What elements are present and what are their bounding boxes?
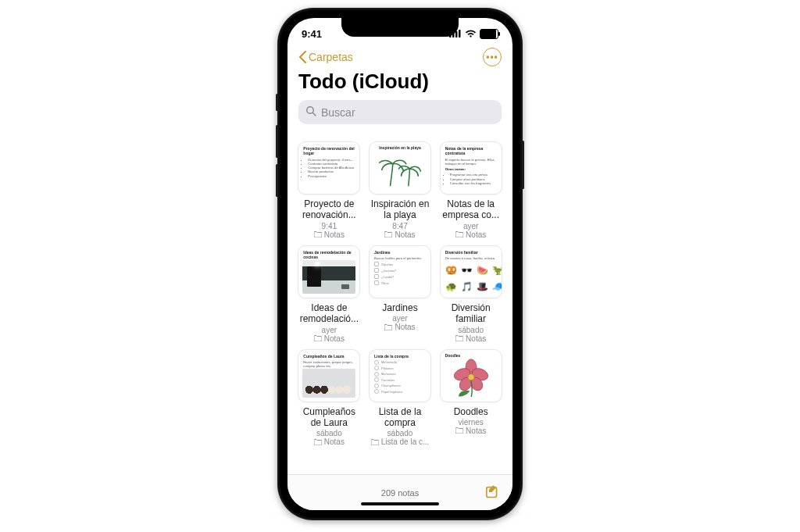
status-time: 9:41 — [302, 28, 322, 40]
note-thumb: Diversión familiar De camino a casa, fam… — [440, 245, 502, 298]
page-title: Todo (iCloud) — [298, 70, 502, 94]
more-button[interactable]: ••• — [483, 48, 502, 66]
note-thumb: Ideas de remodelación de cocinas — [298, 245, 360, 298]
note-title: Ideas de remodelació... — [297, 302, 362, 325]
page: 9:41 — [0, 0, 800, 532]
note-thumb: Proyecto de renovación del hogar Duració… — [298, 141, 360, 195]
note-title: Jardines — [382, 302, 417, 313]
note-card-inspiracion[interactable]: Inspiración en la playa — [368, 141, 433, 239]
note-time: ayer — [322, 326, 337, 334]
volume-down-button — [276, 164, 278, 197]
kitchen-photo — [302, 260, 355, 294]
note-title: Proyecto de renovación... — [297, 198, 362, 221]
note-time: sábado — [388, 429, 413, 437]
home-indicator[interactable] — [361, 502, 439, 505]
volume-up-button — [276, 125, 278, 158]
back-label: Carpetas — [309, 51, 353, 63]
folder-icon — [371, 439, 379, 445]
note-time: ayer — [392, 314, 407, 323]
note-folder: Notas — [314, 334, 345, 343]
note-card-jardines[interactable]: Jardines Buscar huéles para el perímetro… — [368, 245, 433, 343]
note-folder: Notas — [455, 427, 486, 435]
note-time: sábado — [316, 429, 342, 437]
note-title: Cumpleaños de Laura — [297, 406, 362, 429]
note-folder: Notas — [455, 230, 486, 239]
phone-bezel: 9:41 — [280, 10, 520, 518]
note-time: sábado — [458, 326, 484, 334]
svg-point-11 — [468, 373, 474, 380]
cupcakes-photo — [302, 369, 355, 398]
note-title: Notas de la empresa co... — [438, 198, 503, 221]
notes-grid: Proyecto de renovación del hogar Duració… — [288, 135, 512, 446]
note-thumb: Jardines Buscar huéles para el perímetro… — [369, 245, 431, 298]
note-thumb: Notas de la empresa contratista El exper… — [440, 141, 502, 195]
folder-icon — [314, 231, 322, 237]
compose-icon — [484, 484, 502, 502]
chevron-left-icon — [298, 51, 307, 63]
power-button — [522, 141, 524, 189]
note-thumb: Doodles — [440, 349, 502, 402]
notes-grid-wrap[interactable]: Proyecto de renovación del hogar Duració… — [288, 135, 512, 474]
notes-count: 209 notas — [381, 488, 419, 498]
note-folder: Notas — [314, 230, 345, 239]
search-icon — [305, 105, 316, 119]
phone-screen: 9:41 — [288, 18, 512, 510]
note-thumb: Inspiración en la playa — [369, 141, 431, 195]
thumb-bullets: Duración del proyecto: 4 mes... Contrata… — [303, 158, 355, 178]
note-card-doodles[interactable]: Doodles — [438, 349, 503, 447]
svg-rect-2 — [455, 31, 458, 37]
svg-rect-3 — [459, 30, 461, 37]
note-card-diversion[interactable]: Diversión familiar De camino a casa, fam… — [438, 245, 503, 343]
notch — [341, 18, 459, 37]
note-thumb: Cumpleaños de Laura Hacer invitaciones, … — [298, 349, 360, 402]
note-folder: Notas — [384, 323, 415, 331]
ellipsis-icon: ••• — [486, 52, 498, 62]
note-folder: Notas — [455, 334, 486, 343]
folder-icon — [455, 335, 463, 341]
bottom-toolbar: 209 notas — [288, 474, 512, 510]
note-time: 8:47 — [392, 222, 407, 230]
note-card-lista[interactable]: Lista de la compra Mermelada Plátanos Ma… — [368, 349, 433, 447]
note-folder: Notas — [314, 437, 345, 446]
folder-icon — [455, 427, 463, 434]
emoji-row: 🥨 🕶️ 🍉 🦖 — [445, 265, 497, 277]
palm-drawing-icon — [376, 148, 424, 190]
note-card-proyecto[interactable]: Proyecto de renovación del hogar Duració… — [297, 141, 362, 239]
note-folder: Notas — [384, 230, 415, 239]
folder-icon — [384, 231, 392, 237]
note-title: Diversión familiar — [438, 302, 503, 325]
emoji-row: 🐢 🎵 🎩 🧢 — [445, 281, 497, 293]
note-time: viernes — [459, 418, 484, 427]
note-card-empresa[interactable]: Notas de la empresa contratista El exper… — [438, 141, 503, 239]
wifi-icon — [465, 30, 477, 38]
note-title: Doodles — [454, 406, 488, 417]
flower-drawing-icon — [447, 355, 495, 397]
nav-row: Carpetas ••• — [298, 48, 502, 66]
search-field[interactable]: Buscar — [298, 100, 502, 124]
mute-switch — [276, 94, 278, 111]
iphone-frame: 9:41 — [277, 8, 523, 520]
note-title: Inspiración en la playa — [368, 198, 433, 221]
compose-button[interactable] — [484, 484, 502, 502]
note-time: ayer — [463, 222, 478, 230]
folder-icon — [314, 439, 322, 445]
svg-line-5 — [313, 113, 316, 116]
back-button[interactable]: Carpetas — [298, 51, 353, 63]
note-title: Lista de la compra — [368, 406, 433, 429]
note-time: 9:41 — [322, 222, 337, 230]
folder-icon — [384, 324, 392, 330]
note-thumb: Lista de la compra Mermelada Plátanos Ma… — [369, 349, 431, 402]
search-placeholder: Buscar — [321, 106, 355, 119]
note-card-cumpleanos[interactable]: Cumpleaños de Laura Hacer invitaciones, … — [297, 349, 362, 447]
folder-icon — [455, 231, 463, 237]
battery-icon — [480, 29, 498, 39]
note-card-cocinas[interactable]: Ideas de remodelación de cocinas Ideas d… — [297, 245, 362, 343]
folder-icon — [314, 335, 322, 341]
note-folder: Lista de la c... — [371, 437, 430, 446]
